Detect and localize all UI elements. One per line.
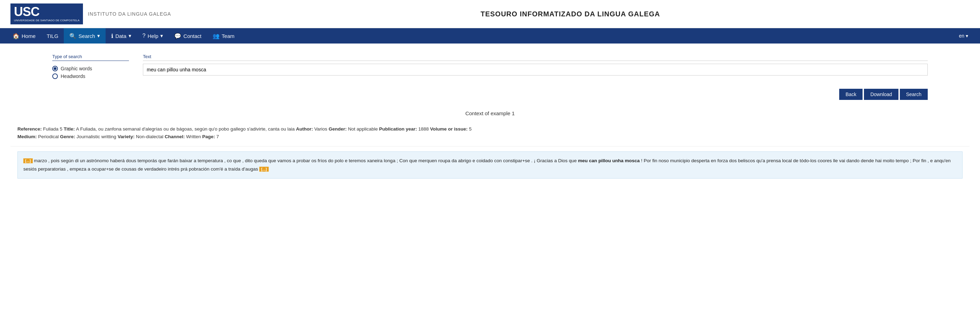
- main-content: Type of search Graphic words Headwords T…: [0, 43, 980, 190]
- text-field-label: Text: [143, 54, 928, 61]
- headwords-option[interactable]: Headwords: [52, 73, 129, 79]
- search-text-input[interactable]: [143, 64, 928, 76]
- nav-contact-label: Contact: [183, 33, 201, 39]
- language-label: en: [959, 33, 964, 39]
- logo-area: USCUNIVERSIDADE DE SANTIAGO DE COMPOSTEL…: [10, 3, 171, 24]
- data-dropdown-icon: ▾: [129, 33, 131, 39]
- nav-help[interactable]: ? Help ▾: [137, 28, 169, 43]
- help-dropdown-icon: ▾: [160, 33, 163, 39]
- download-button[interactable]: Download: [864, 89, 898, 100]
- nav-tilg-label: TILG: [47, 33, 58, 39]
- graphic-words-label: Graphic words: [60, 66, 92, 71]
- nav-search-label: Search: [78, 33, 95, 39]
- nav-team[interactable]: 👥 Team: [207, 28, 240, 43]
- lang-dropdown-icon: ▾: [966, 33, 968, 39]
- ref-value: Fuliada 5: [43, 126, 63, 132]
- page-value: 7: [216, 134, 219, 139]
- search-button[interactable]: Search: [900, 89, 928, 100]
- nav-contact[interactable]: 💬 Contact: [169, 28, 207, 43]
- search-dropdown-icon: ▾: [97, 33, 100, 39]
- graphic-words-radio[interactable]: [52, 66, 58, 71]
- reference-block: Reference: Fuliada 5 Title: A Fuliada, o…: [10, 122, 970, 146]
- variety-label: Variety:: [118, 134, 135, 139]
- author-value: Varios: [314, 126, 327, 132]
- channel-label: Channel:: [165, 134, 185, 139]
- usc-subtext: UNIVERSIDADE DE SANTIAGO DE COMPOSTELA: [14, 19, 80, 22]
- nav-team-label: Team: [222, 33, 235, 39]
- headwords-label: Headwords: [60, 73, 85, 79]
- page-title: TESOURO INFORMATIZADO DA LINGUA GALEGA: [171, 10, 970, 18]
- variety-value: Non-dialectal: [136, 134, 164, 139]
- institute-label: INSTITUTO DA LINGUA GALEGA: [88, 11, 171, 17]
- help-icon: ?: [143, 33, 146, 39]
- type-of-search-label: Type of search: [52, 54, 129, 61]
- back-button[interactable]: Back: [839, 89, 862, 100]
- home-icon: 🏠: [13, 33, 19, 39]
- medium-label: Medium:: [18, 134, 37, 139]
- search-form: Type of search Graphic words Headwords T…: [10, 51, 970, 82]
- nav-home-label: Home: [22, 33, 35, 39]
- nav-search[interactable]: 🔍 Search ▾: [64, 28, 106, 43]
- pub-year-value: 1888: [418, 126, 429, 132]
- ref-label: Reference:: [18, 126, 42, 132]
- pub-year-label: Publication year:: [379, 126, 417, 132]
- info-icon: ℹ: [111, 33, 113, 39]
- gender-label: Gender:: [329, 126, 347, 132]
- medium-value: Periodical: [38, 134, 59, 139]
- context-title: Context of example 1: [10, 110, 970, 116]
- context-block: [...] marzo , pois según di un astrónomo…: [18, 151, 963, 179]
- title-value: A Fuliada, ou zanfona semanal d'alegrías…: [76, 126, 295, 132]
- nav-tilg[interactable]: TILG: [41, 28, 64, 43]
- ellipsis-end-button[interactable]: [...]: [259, 167, 269, 171]
- nav-data-label: Data: [115, 33, 127, 39]
- gender-value: Not applicable: [348, 126, 378, 132]
- search-text-section: Text: [143, 54, 928, 76]
- volume-value: 5: [469, 126, 472, 132]
- graphic-words-option[interactable]: Graphic words: [52, 66, 129, 71]
- genre-value: Journalistic writting: [77, 134, 116, 139]
- search-icon: 🔍: [69, 33, 76, 39]
- context-before: marzo , pois según di un astrónomo haber…: [34, 158, 578, 163]
- contact-icon: 💬: [174, 33, 181, 39]
- nav-help-label: Help: [147, 33, 158, 39]
- nav-home[interactable]: 🏠 Home: [7, 28, 41, 43]
- header: USCUNIVERSIDADE DE SANTIAGO DE COMPOSTEL…: [0, 0, 980, 28]
- ellipsis-start-button[interactable]: [...]: [23, 159, 33, 163]
- navbar: 🏠 Home TILG 🔍 Search ▾ ℹ Data ▾ ? Help ▾…: [0, 28, 980, 43]
- page-label: Page:: [202, 134, 215, 139]
- channel-value: Written: [186, 134, 201, 139]
- title-label: Title:: [64, 126, 75, 132]
- headwords-radio[interactable]: [52, 73, 58, 79]
- team-icon: 👥: [213, 33, 220, 39]
- volume-label: Volume or issue:: [430, 126, 468, 132]
- nav-data[interactable]: ℹ Data ▾: [106, 28, 137, 43]
- buttons-row: Back Download Search: [10, 85, 970, 103]
- context-highlight: meu can pillou unha mosca: [578, 158, 640, 163]
- author-label: Author:: [296, 126, 313, 132]
- usc-logo: USCUNIVERSIDADE DE SANTIAGO DE COMPOSTEL…: [10, 3, 83, 24]
- genre-label: Genre:: [60, 134, 75, 139]
- language-selector[interactable]: en ▾: [954, 28, 973, 43]
- search-type-section: Type of search Graphic words Headwords: [52, 54, 129, 79]
